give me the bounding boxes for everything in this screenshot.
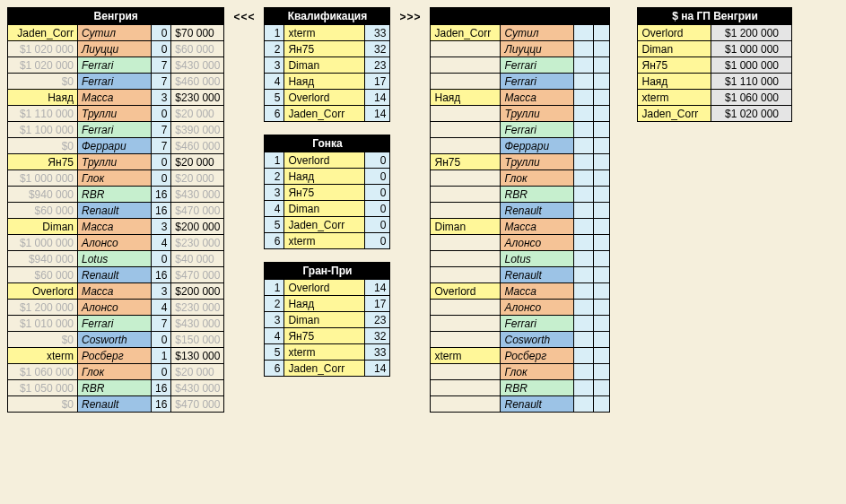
cell-team-driver: Ferrari [501, 316, 574, 332]
cell-rank: 2 [265, 41, 284, 57]
cell-player-or-money: $1 200 000 [8, 300, 78, 316]
table-row: Ян75Трулли0$20 000 [8, 154, 224, 170]
cell-score: 14 [365, 361, 390, 377]
cell-player: Наяд [638, 74, 711, 90]
cell-team-driver: Лиуцци [78, 41, 152, 57]
cell-points: 16 [152, 396, 171, 413]
table-row: $0Cosworth0$150 000 [8, 332, 224, 348]
layout-root: Венгрия Jaden_CorrСутил0$70 000$1 020 00… [7, 7, 839, 425]
table-row: $1 200 000Алонсо4$230 000 [8, 300, 224, 316]
cell-money: $1 110 000 [711, 74, 792, 90]
cell-cost: $70 000 [171, 25, 224, 41]
cell-team-driver: Renault [501, 396, 574, 413]
cell-team-driver: Renault [501, 203, 574, 219]
table-row: НаядМасса [431, 90, 610, 106]
cell-rank: 6 [265, 233, 284, 249]
arrow-left: <<< [233, 7, 255, 25]
cell-empty [574, 106, 594, 122]
cell-team-driver: Масса [501, 219, 574, 235]
cell-empty [574, 364, 594, 380]
table-row: Наяд$1 110 000 [638, 74, 792, 90]
cell-team-driver: Ferrari [501, 122, 574, 138]
cell-score: 17 [365, 296, 390, 312]
table-row: DimanМасса3$200 000 [8, 219, 224, 235]
table-row: Глок [431, 170, 610, 187]
cell-team-driver: Ferrari [501, 57, 574, 74]
cell-team-driver: Lotus [501, 251, 574, 267]
cell-cost: $200 000 [171, 219, 224, 235]
cell-player: Ян75 [638, 57, 711, 74]
cell-cost: $230 000 [171, 235, 224, 251]
cell-team-driver: RBR [78, 380, 152, 396]
cell-cost: $430 000 [171, 316, 224, 332]
cell-player: Jaden_Corr [638, 106, 711, 122]
table-row: 5Jaden_Corr0 [265, 217, 390, 233]
table-row: OverlordМасса3$200 000 [8, 283, 224, 300]
table-row: 6Jaden_Corr14 [265, 106, 390, 122]
cell-cost: $460 000 [171, 138, 224, 154]
cell-player-or-money: $1 100 000 [8, 122, 78, 138]
table-row: xterm$1 060 000 [638, 90, 792, 106]
cell-team-driver: Трулли [501, 154, 574, 170]
cell-empty [594, 106, 610, 122]
cell-player [431, 187, 501, 203]
cell-team-driver: Алонсо [78, 300, 152, 316]
table-row: 4Ян7532 [265, 328, 390, 344]
cell-points: 16 [152, 380, 171, 396]
cell-empty [594, 219, 610, 235]
table-row: $1 110 000Трулли0$20 000 [8, 106, 224, 122]
cell-player [431, 41, 501, 57]
table-row: Ян75Трулли [431, 154, 610, 170]
cell-rank: 1 [265, 152, 284, 169]
table-row: Jaden_Corr$1 020 000 [638, 106, 792, 122]
cell-points: 3 [152, 283, 171, 300]
cell-player [431, 170, 501, 187]
cell-empty [574, 187, 594, 203]
cell-empty [594, 396, 610, 413]
table-row: Лиуцци [431, 41, 610, 57]
cell-player: Diman [284, 312, 365, 328]
cell-empty [574, 170, 594, 187]
cell-cost: $230 000 [171, 90, 224, 106]
cell-team-driver: Масса [501, 90, 574, 106]
cell-score: 0 [365, 152, 390, 169]
cell-cost: $20 000 [171, 170, 224, 187]
cell-cost: $470 000 [171, 267, 224, 283]
cell-points: 7 [152, 316, 171, 332]
cell-cost: $470 000 [171, 203, 224, 219]
cell-player [431, 332, 501, 348]
cell-points: 3 [152, 219, 171, 235]
cell-empty [574, 25, 594, 41]
cell-player-or-money: $0 [8, 138, 78, 154]
cell-rank: 5 [265, 90, 284, 106]
table-row: 2Ян7532 [265, 41, 390, 57]
cell-player-or-money: $0 [8, 332, 78, 348]
cell-empty [574, 380, 594, 396]
cell-empty [574, 90, 594, 106]
cell-player: Наяд [284, 169, 365, 185]
cell-rank: 1 [265, 280, 284, 296]
standings-table: Квалификация1xterm332Ян75323Diman234Наяд… [264, 7, 390, 122]
table-row: xtermРосберг [431, 348, 610, 364]
table-row: 1Overlord14 [265, 280, 390, 296]
table-row: 4Наяд17 [265, 74, 390, 90]
cell-player-or-money: Overlord [8, 283, 78, 300]
cell-rank: 4 [265, 328, 284, 344]
cell-empty [594, 170, 610, 187]
cell-team-driver: Алонсо [501, 235, 574, 251]
cell-player-or-money: $940 000 [8, 251, 78, 267]
table-row: $940 000RBR16$430 000 [8, 187, 224, 203]
table-row: $1 100 000Ferrari7$390 000 [8, 122, 224, 138]
cell-team-driver: Renault [78, 267, 152, 283]
table-row: 6Jaden_Corr14 [265, 361, 390, 377]
table-row: 3Ян750 [265, 185, 390, 201]
right-team-table: Jaden_CorrСутил Лиуцци Ferrari Ferrari Н… [430, 7, 610, 413]
cell-player-or-money: $1 020 000 [8, 57, 78, 74]
cell-cost: $430 000 [171, 380, 224, 396]
cell-player-or-money: $1 060 000 [8, 364, 78, 380]
cell-empty [574, 251, 594, 267]
cell-score: 23 [365, 57, 390, 74]
cell-empty [574, 138, 594, 154]
cell-score: 32 [365, 41, 390, 57]
cell-player: Overlord [431, 283, 501, 300]
